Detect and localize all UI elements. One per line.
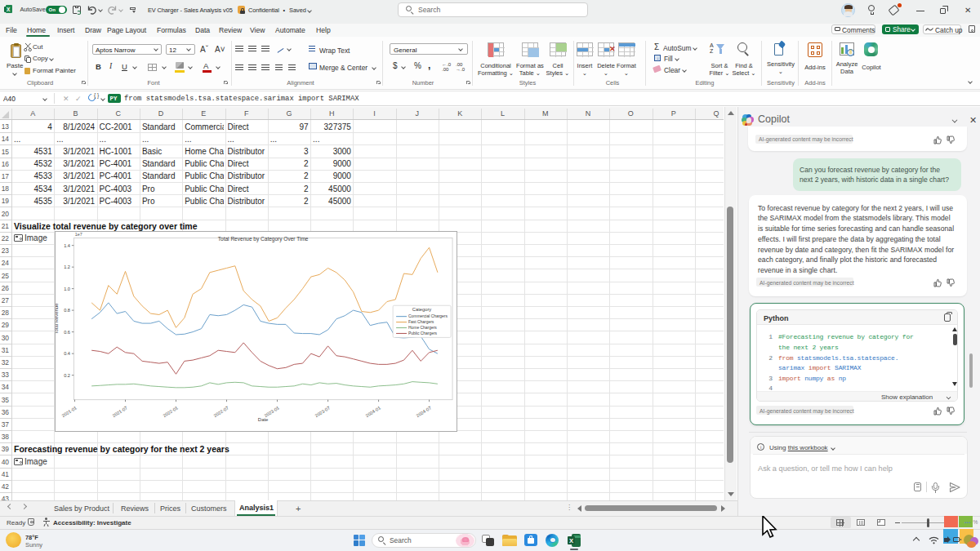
svg-text:2021-01: 2021-01	[60, 405, 77, 418]
svg-text:Total Revenue by Category Over: Total Revenue by Category Over Time	[217, 236, 308, 242]
svg-text:2023-07: 2023-07	[314, 405, 330, 418]
svg-text:Commercial Chargers: Commercial Chargers	[408, 314, 448, 318]
svg-text:0.4: 0.4	[64, 351, 70, 356]
svg-text:0.2: 0.2	[64, 373, 70, 378]
svg-text:2022-01: 2022-01	[162, 405, 178, 418]
svg-text:2021-07: 2021-07	[111, 405, 127, 418]
svg-text:Category: Category	[412, 307, 430, 312]
svg-text:2022-07: 2022-07	[212, 405, 229, 418]
svg-text:1.2: 1.2	[64, 264, 70, 269]
svg-text:Home Chargers: Home Chargers	[408, 326, 436, 330]
svg-text:2024-07: 2024-07	[415, 405, 431, 418]
svg-text:0.6: 0.6	[64, 330, 70, 335]
svg-text:1.0: 1.0	[64, 287, 70, 291]
svg-text:2024-01: 2024-01	[364, 405, 381, 418]
svg-text:0.8: 0.8	[64, 308, 70, 313]
svg-text:Date: Date	[257, 417, 268, 422]
svg-text:2023-01: 2023-01	[263, 405, 279, 418]
svg-text:1e7: 1e7	[74, 232, 82, 237]
svg-text:Public Chargers: Public Chargers	[408, 331, 437, 335]
svg-text:Fast Chargers: Fast Chargers	[408, 320, 434, 324]
svg-text:Total Revenue: Total Revenue	[55, 303, 59, 335]
svg-text:1.4: 1.4	[64, 243, 70, 248]
